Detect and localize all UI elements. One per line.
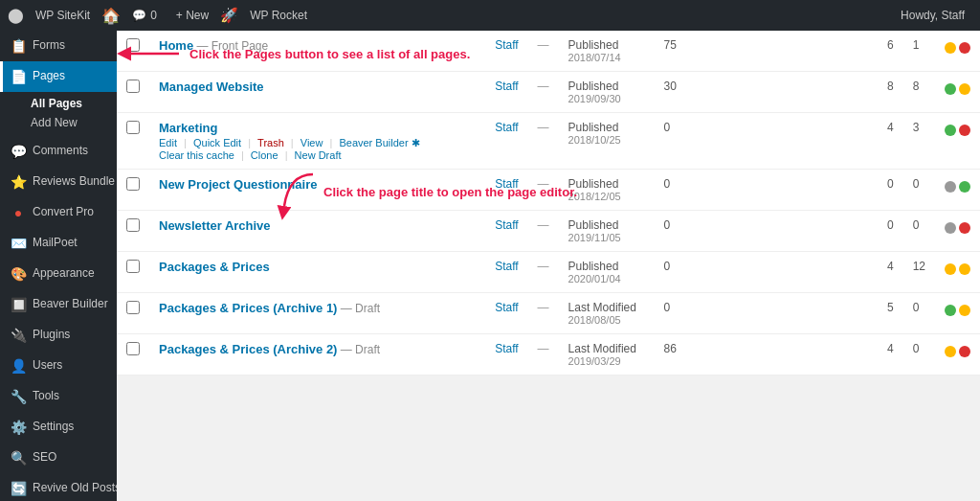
table-row: Packages & PricesStaff—Published2020/01/… (117, 252, 980, 293)
author-link[interactable]: Staff (495, 177, 518, 191)
page-title-link[interactable]: Managed Website (159, 80, 264, 94)
col1-cell: 8 (878, 72, 903, 113)
page-action-edit[interactable]: Edit (159, 137, 177, 148)
tools-icon: 🔧 (10, 389, 27, 404)
table-row: Managed WebsiteStaff—Published2019/09/30… (117, 72, 980, 113)
author-link[interactable]: Staff (495, 301, 518, 314)
sidebar-item-beaver-builder[interactable]: 🔲 Beaver Builder (0, 289, 117, 320)
sidebar-item-tools[interactable]: 🔧 Tools (0, 381, 117, 412)
sidebar-item-pages[interactable]: 📄 Pages (0, 61, 117, 92)
comments-bar-item[interactable]: 💬 0 (124, 0, 165, 31)
col2-cell: 0 (903, 211, 935, 252)
status-cell: Published2020/01/04 (559, 252, 655, 293)
page-title-link[interactable]: New Project Questionnaire (159, 177, 317, 192)
sidebar-item-plugins[interactable]: 🔌 Plugins (0, 320, 117, 351)
page-action2-clone[interactable]: Clone (251, 149, 278, 161)
status-cell: Last Modified2019/03/29 (559, 334, 655, 376)
col1-cell: 0 (878, 170, 903, 211)
page-action-quick-edit[interactable]: Quick Edit (193, 137, 241, 148)
col1-cell: 0 (878, 211, 903, 252)
table-row: Newsletter ArchiveStaff—Published2019/11… (117, 211, 980, 252)
status-text: Last Modified (568, 342, 645, 355)
sidebar-item-users[interactable]: 👤 Users (0, 351, 117, 381)
score-cell: 0 (655, 252, 686, 293)
page-suffix: — Front Page (193, 39, 268, 53)
page-action2-new-draft[interactable]: New Draft (295, 149, 342, 161)
plugins-icon: 🔌 (10, 328, 27, 343)
score-cell: 0 (655, 113, 686, 170)
page-action-beaver-builder-✱[interactable]: Beaver Builder ✱ (339, 137, 419, 148)
dots-cell (935, 170, 980, 211)
row-checkbox[interactable] (126, 80, 140, 93)
dash-cell: — (528, 72, 559, 113)
page-title-link[interactable]: Packages & Prices (Archive 1) (159, 301, 337, 315)
status-dot-1 (945, 346, 956, 357)
page-title-link[interactable]: Home (159, 38, 193, 53)
col1-cell: 4 (878, 334, 903, 376)
row-checkbox[interactable] (126, 38, 140, 52)
sidebar-item-comments[interactable]: 💬 Comments (0, 136, 117, 167)
status-dot-2 (959, 125, 970, 136)
status-date: 2019/03/29 (568, 355, 645, 367)
author-link[interactable]: Staff (495, 38, 518, 52)
status-dot-2 (959, 222, 970, 234)
status-dot-1 (945, 42, 956, 54)
settings-icon: ⚙️ (10, 420, 27, 435)
page-action-trash[interactable]: Trash (257, 137, 284, 148)
author-cell: Staff (485, 334, 527, 376)
sidebar-item-seo[interactable]: 🔍 SEO (0, 443, 117, 473)
page-title-link[interactable]: Packages & Prices (Archive 2) (159, 342, 337, 356)
status-dot-1 (945, 263, 956, 275)
spacer-cell (686, 72, 878, 113)
sidebar-item-forms[interactable]: 📋 Forms (0, 31, 117, 61)
row-checkbox[interactable] (126, 260, 140, 273)
sidebar-item-reviews-bundle[interactable]: ⭐ Reviews Bundle (0, 167, 117, 197)
row-checkbox[interactable] (126, 218, 140, 232)
score-cell: 0 (655, 293, 686, 334)
site-name[interactable]: WP SiteKit (28, 0, 98, 31)
sidebar-item-convert-pro[interactable]: ● Convert Pro (0, 197, 117, 228)
author-link[interactable]: Staff (495, 342, 518, 355)
page-action-view[interactable]: View (301, 137, 323, 148)
seo-icon: 🔍 (10, 450, 27, 466)
page-action2-clear-this-cache[interactable]: Clear this cache (159, 149, 234, 161)
page-title-link[interactable]: Newsletter Archive (159, 218, 271, 233)
sidebar-item-settings[interactable]: ⚙️ Settings (0, 412, 117, 443)
author-link[interactable]: Staff (495, 121, 518, 134)
author-link[interactable]: Staff (495, 80, 518, 93)
page-title-link[interactable]: Packages & Prices (159, 260, 270, 274)
comment-icon: 💬 (132, 9, 146, 22)
content-area: Click the Pages button to see a list of … (117, 31, 980, 501)
page-suffix: — Draft (337, 302, 380, 315)
wp-rocket-item[interactable]: WP Rocket (242, 0, 315, 31)
sidebar-subitem-all-pages[interactable]: All Pages (31, 94, 117, 113)
content-wrapper: Click the Pages button to see a list of … (117, 31, 980, 376)
row-checkbox[interactable] (126, 342, 140, 355)
sidebar-subitem-add-new[interactable]: Add New (31, 113, 117, 132)
sidebar-item-appearance[interactable]: 🎨 Appearance (0, 259, 117, 289)
sidebar-item-plugins-label: Plugins (33, 328, 70, 343)
dots-cell (935, 113, 980, 170)
author-cell: Staff (485, 211, 527, 252)
dots-cell (935, 72, 980, 113)
status-date: 2018/08/05 (568, 314, 645, 326)
status-date: 2019/09/30 (568, 93, 645, 104)
page-suffix: — Draft (337, 343, 380, 356)
sidebar-item-mailpoet[interactable]: ✉️ MailPoet (0, 228, 117, 259)
col1-cell: 4 (878, 113, 903, 170)
score-cell: 75 (655, 31, 686, 72)
row-checkbox-cell (117, 252, 149, 293)
row-checkbox[interactable] (126, 301, 140, 314)
author-link[interactable]: Staff (495, 260, 518, 273)
row-checkbox[interactable] (126, 177, 140, 191)
status-cell: Published2018/12/05 (559, 170, 655, 211)
action-separator: | (238, 149, 247, 161)
col2-cell: 0 (903, 293, 935, 334)
sidebar-item-revive-old-posts[interactable]: 🔄 Revive Old Posts (0, 473, 117, 501)
row-checkbox[interactable] (126, 121, 140, 134)
new-item[interactable]: + New (168, 0, 216, 31)
author-link[interactable]: Staff (495, 218, 518, 232)
sidebar-item-settings-label: Settings (33, 420, 74, 435)
score-cell: 86 (655, 334, 686, 376)
page-title-link[interactable]: Marketing (159, 121, 217, 135)
